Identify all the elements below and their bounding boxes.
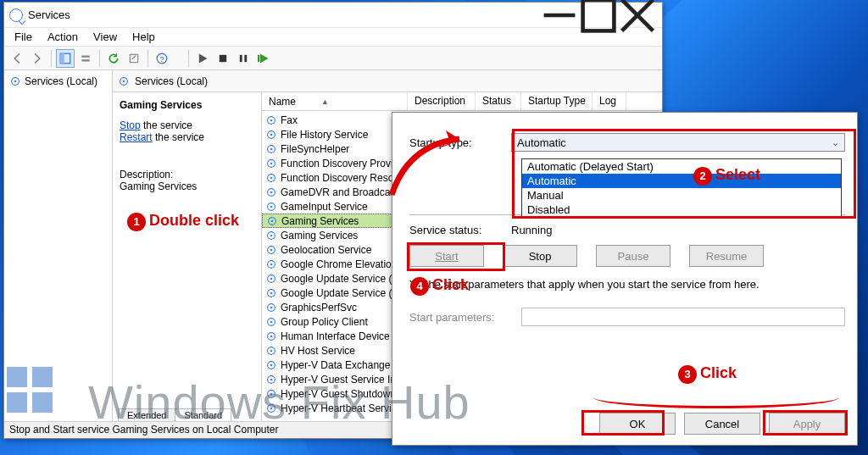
gear-icon bbox=[265, 158, 277, 169]
nav-label: Services (Local) bbox=[25, 75, 97, 87]
col-description[interactable]: Description bbox=[408, 92, 476, 110]
service-name: Geolocation Service bbox=[281, 244, 371, 256]
col-status[interactable]: Status bbox=[476, 92, 521, 110]
chevron-down-icon: ⌄ bbox=[832, 137, 839, 148]
svg-text:?: ? bbox=[159, 54, 164, 63]
back-button[interactable] bbox=[8, 49, 26, 68]
svg-rect-12 bbox=[240, 54, 242, 61]
col-name[interactable]: Name bbox=[269, 96, 296, 108]
restart-service-button[interactable] bbox=[254, 49, 273, 68]
svg-point-50 bbox=[270, 335, 273, 337]
service-status-value: Running bbox=[511, 224, 552, 236]
gear-icon bbox=[265, 345, 277, 357]
apply-button[interactable]: Apply bbox=[769, 413, 845, 435]
service-name: Hyper-V Heartbeat Service bbox=[281, 402, 402, 414]
start-button[interactable]: Start bbox=[409, 245, 484, 267]
svg-point-16 bbox=[14, 80, 17, 83]
svg-point-34 bbox=[271, 219, 274, 222]
gear-icon bbox=[265, 316, 277, 328]
svg-point-60 bbox=[270, 407, 273, 409]
sort-asc-icon: ▲ bbox=[321, 97, 329, 106]
service-properties-dialog: Startup type: Automatic ⌄ Automatic (Del… bbox=[392, 112, 858, 446]
svg-rect-7 bbox=[81, 59, 89, 61]
refresh-button[interactable] bbox=[104, 49, 123, 68]
svg-point-30 bbox=[270, 191, 273, 193]
service-name: File History Service bbox=[281, 129, 368, 141]
desc-label: Description: bbox=[120, 169, 254, 180]
gear-icon bbox=[118, 75, 130, 87]
gear-icon bbox=[265, 114, 277, 126]
svg-point-54 bbox=[270, 363, 273, 366]
svg-point-52 bbox=[270, 349, 273, 352]
svg-point-26 bbox=[270, 162, 273, 164]
gear-icon bbox=[265, 258, 277, 270]
svg-point-24 bbox=[270, 147, 273, 150]
service-name: FileSyncHelper bbox=[281, 143, 349, 155]
gear-icon bbox=[265, 302, 277, 314]
startup-type-dropdown[interactable]: Automatic (Delayed Start)AutomaticManual… bbox=[521, 158, 842, 218]
restart-link[interactable]: Restart bbox=[120, 131, 153, 143]
gear-icon bbox=[265, 129, 277, 141]
main-header-label: Services (Local) bbox=[135, 75, 208, 87]
start-service-button[interactable] bbox=[193, 49, 212, 68]
watermark-icon bbox=[7, 367, 58, 418]
svg-point-46 bbox=[270, 306, 273, 308]
pause-service-button[interactable] bbox=[234, 49, 253, 68]
toolbar: ? bbox=[4, 47, 662, 70]
dropdown-option[interactable]: Manual bbox=[522, 188, 841, 203]
gear-icon bbox=[265, 330, 277, 342]
gear-icon bbox=[265, 359, 277, 371]
tab-extended[interactable]: Extended bbox=[118, 408, 175, 421]
svg-point-20 bbox=[270, 119, 273, 121]
stop-link[interactable]: Stop bbox=[120, 119, 141, 131]
menu-action[interactable]: Action bbox=[41, 29, 85, 45]
help-button[interactable]: ? bbox=[153, 49, 171, 68]
dropdown-option[interactable]: Disabled bbox=[522, 203, 841, 217]
service-name: Group Policy Client bbox=[281, 316, 368, 328]
detail-pane: Gaming Services Stop the service Restart… bbox=[113, 92, 262, 421]
svg-rect-8 bbox=[130, 54, 137, 62]
resume-button[interactable]: Resume bbox=[689, 245, 764, 267]
menu-view[interactable]: View bbox=[86, 29, 124, 45]
service-name: Gaming Services bbox=[281, 230, 358, 241]
gear-icon bbox=[265, 273, 277, 285]
col-startup-type[interactable]: Startup Type bbox=[521, 92, 593, 110]
gear-icon bbox=[265, 244, 277, 256]
close-button[interactable] bbox=[618, 3, 657, 28]
gear-icon bbox=[265, 172, 277, 184]
nav-services-local[interactable]: Services (Local) bbox=[8, 74, 108, 89]
dropdown-option[interactable]: Automatic bbox=[522, 174, 841, 188]
svg-rect-11 bbox=[220, 54, 226, 61]
maximize-button[interactable] bbox=[579, 3, 618, 28]
ok-button[interactable]: OK bbox=[599, 413, 676, 435]
detail-toggle-button[interactable] bbox=[56, 49, 75, 68]
window-title: Services bbox=[28, 8, 70, 21]
export-button[interactable] bbox=[125, 49, 143, 68]
svg-point-58 bbox=[270, 392, 273, 395]
svg-point-44 bbox=[270, 291, 273, 294]
tab-standard[interactable]: Standard bbox=[175, 408, 231, 421]
menu-help[interactable]: Help bbox=[125, 29, 162, 45]
svg-point-38 bbox=[270, 248, 273, 251]
column-headers[interactable]: Name▲ Description Status Startup Type Lo… bbox=[262, 92, 662, 111]
properties-button[interactable] bbox=[76, 49, 95, 68]
startup-type-combo[interactable]: Automatic ⌄ bbox=[511, 133, 845, 152]
start-params-input[interactable] bbox=[521, 308, 845, 326]
svg-point-18 bbox=[123, 80, 125, 82]
service-name: Human Interface Device S... bbox=[281, 330, 408, 342]
forward-button[interactable] bbox=[28, 49, 47, 68]
desc-value: Gaming Services bbox=[120, 180, 254, 192]
gear-icon bbox=[266, 215, 278, 227]
stop-service-button[interactable] bbox=[214, 49, 232, 68]
services-icon bbox=[9, 8, 23, 22]
cancel-button[interactable]: Cancel bbox=[684, 413, 760, 435]
detail-title: Gaming Services bbox=[120, 99, 254, 111]
pause-button[interactable]: Pause bbox=[596, 245, 670, 267]
menu-file[interactable]: File bbox=[8, 29, 39, 45]
service-name: Gaming Services bbox=[281, 215, 359, 227]
titlebar[interactable]: Services bbox=[4, 3, 662, 28]
col-log[interactable]: Log bbox=[593, 92, 626, 110]
dropdown-option[interactable]: Automatic (Delayed Start) bbox=[522, 159, 841, 174]
stop-button[interactable]: Stop bbox=[503, 245, 577, 267]
minimize-button[interactable] bbox=[540, 3, 579, 28]
